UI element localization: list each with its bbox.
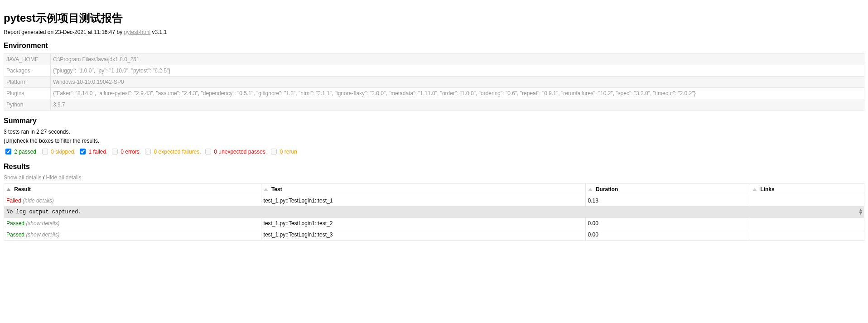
duration-cell: 0.13 (585, 195, 750, 207)
col-duration-label: Duration (596, 186, 618, 193)
toggle-details-link[interactable]: (show details) (26, 231, 59, 238)
filter-rerun-checkbox (271, 149, 277, 154)
filter-xpass-label: 0 unexpected passes (214, 149, 265, 155)
hide-all-details-link[interactable]: Hide all details (46, 174, 81, 181)
filter-xpass-checkbox (205, 149, 211, 154)
environment-value: {"pluggy": "1.0.0", "py": "1.10.0", "pyt… (50, 65, 864, 77)
result-cell: Passed (show details) (4, 229, 261, 241)
show-all-details-link[interactable]: Show all details (4, 174, 41, 181)
col-duration-header[interactable]: Duration (585, 184, 750, 195)
filter-xfail-checkbox (145, 149, 151, 154)
col-result-label: Result (14, 186, 31, 193)
detail-toggle-row: Show all details / Hide all details (4, 174, 864, 181)
links-cell (750, 218, 864, 229)
filter-failed-label: 1 failed (88, 149, 106, 155)
environment-row: Packages{"pluggy": "1.0.0", "py": "1.10.… (4, 65, 864, 77)
result-status: Failed (6, 198, 21, 204)
result-cell: Passed (show details) (4, 218, 261, 229)
result-status: Passed (6, 220, 24, 227)
filter-passed: 2 passed, (4, 149, 39, 155)
filter-xfail-label: 0 expected failures (154, 149, 200, 155)
environment-value: {"Faker": "8.14.0", "allure-pytest": "2.… (50, 88, 864, 99)
slash: / (41, 174, 46, 181)
environment-heading: Environment (4, 42, 864, 50)
sort-asc-icon (6, 188, 11, 191)
environment-value: Windows-10-10.0.19042-SP0 (50, 77, 864, 88)
table-row: Failed (hide details)test_1.py::TestLogi… (4, 195, 864, 207)
environment-value: C:\Program Files\Java\jdk1.8.0_251 (50, 54, 864, 65)
table-row: Passed (show details)test_1.py::TestLogi… (4, 218, 864, 229)
col-test-label: Test (271, 186, 282, 193)
environment-key: Platform (4, 77, 51, 88)
sort-inactive-icon (752, 188, 757, 191)
filter-skipped-label: 0 skipped (51, 149, 74, 155)
result-status: Passed (6, 231, 24, 238)
sort-inactive-icon (264, 188, 268, 191)
environment-row: Plugins{"Faker": "8.14.0", "allure-pytes… (4, 88, 864, 99)
duration-cell: 0.00 (585, 229, 750, 241)
toggle-details-link[interactable]: (hide details) (23, 198, 54, 204)
report-version: v3.1.1 (150, 29, 167, 35)
col-links-label: Links (760, 186, 774, 193)
environment-key: Plugins (4, 88, 51, 99)
col-links-header[interactable]: Links (750, 184, 864, 195)
test-cell: test_1.py::TestLogin1::test_2 (261, 218, 585, 229)
filter-errors-label: 0 errors (121, 149, 139, 155)
filter-skipped: 0 skipped, (40, 149, 77, 155)
col-result-header[interactable]: Result (4, 184, 261, 195)
result-cell: Failed (hide details) (4, 195, 261, 207)
environment-value: 3.9.7 (50, 99, 864, 111)
report-generated-text: Report generated on 23-Dec-2021 at 11:16… (4, 29, 124, 35)
summary-line: 3 tests ran in 2.27 seconds. (4, 129, 864, 135)
table-row: Passed (show details)test_1.py::TestLogi… (4, 229, 864, 241)
report-generated-line: Report generated on 23-Dec-2021 at 11:16… (4, 29, 864, 35)
results-heading: Results (4, 163, 864, 171)
filter-errors: 0 errors, (110, 149, 142, 155)
expand-collapse-icon[interactable]: ▲▼ (859, 209, 862, 215)
filter-passed-label: 2 passed (14, 149, 36, 155)
duration-cell: 0.00 (585, 218, 750, 229)
environment-key: Python (4, 99, 51, 111)
environment-key: Packages (4, 65, 51, 77)
environment-row: Python3.9.7 (4, 99, 864, 111)
results-table: Result Test Duration Links Failed (hide … (4, 183, 864, 241)
test-cell: test_1.py::TestLogin1::test_1 (261, 195, 585, 207)
filter-rerun-label: 0 rerun (280, 149, 297, 155)
filter-skipped-checkbox (42, 149, 48, 154)
toggle-details-link[interactable]: (show details) (26, 220, 59, 227)
page-title: pytest示例项目测试报告 (4, 11, 864, 25)
summary-heading: Summary (4, 117, 864, 125)
filter-row: 2 passed, 0 skipped, 1 failed, 0 errors,… (4, 148, 864, 156)
filter-passed-checkbox[interactable] (5, 149, 11, 154)
filter-xpass: 0 unexpected passes, (203, 149, 268, 155)
col-test-header[interactable]: Test (261, 184, 585, 195)
filter-hint: (Un)check the boxes to filter the result… (4, 138, 864, 144)
links-cell (750, 195, 864, 207)
log-row: No log output captured.▲▼ (4, 207, 864, 218)
environment-row: JAVA_HOMEC:\Program Files\Java\jdk1.8.0_… (4, 54, 864, 65)
pytest-html-link[interactable]: pytest-html (124, 29, 151, 35)
filter-failed: 1 failed, (78, 149, 109, 155)
filter-rerun: 0 rerun (269, 149, 297, 155)
environment-key: JAVA_HOME (4, 54, 51, 65)
filter-failed-checkbox[interactable] (80, 149, 86, 154)
environment-row: PlatformWindows-10-10.0.19042-SP0 (4, 77, 864, 88)
test-cell: test_1.py::TestLogin1::test_3 (261, 229, 585, 241)
log-cell: No log output captured.▲▼ (4, 207, 864, 218)
links-cell (750, 229, 864, 241)
sort-inactive-icon (588, 188, 593, 191)
environment-table: JAVA_HOMEC:\Program Files\Java\jdk1.8.0_… (4, 53, 864, 111)
filter-errors-checkbox (112, 149, 118, 154)
filter-xfail: 0 expected failures, (143, 149, 203, 155)
